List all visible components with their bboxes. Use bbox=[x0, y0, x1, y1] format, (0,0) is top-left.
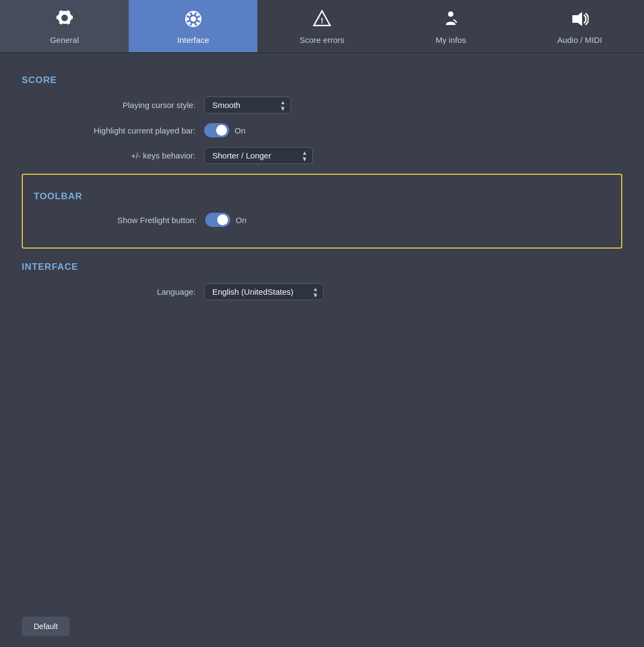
fretlight-label: Show Fretlight button: bbox=[55, 215, 197, 225]
score-section-header: SCORE bbox=[22, 75, 622, 86]
svg-point-1 bbox=[191, 16, 196, 22]
tab-my-infos[interactable]: My infos bbox=[387, 0, 515, 52]
keys-behavior-row: +/- keys behavior: Shorter / Longer Slow… bbox=[22, 147, 622, 164]
language-row: Language: English (UnitedStates) French … bbox=[22, 283, 622, 300]
playing-cursor-select-wrapper: Smooth Step None ▲ ▼ bbox=[204, 97, 291, 113]
toolbar-section-header: TOOLBAR bbox=[34, 191, 610, 202]
keys-behavior-select-wrapper: Shorter / Longer Slower / Faster ▲ ▼ bbox=[204, 147, 313, 164]
svg-point-12 bbox=[448, 11, 453, 17]
fretlight-status: On bbox=[236, 215, 247, 225]
svg-point-8 bbox=[188, 22, 191, 24]
general-icon bbox=[55, 10, 74, 31]
my-infos-icon bbox=[441, 10, 460, 31]
svg-point-3 bbox=[192, 23, 195, 27]
fretlight-toggle-wrapper: On bbox=[205, 213, 247, 227]
tab-score-errors-label: Score errors bbox=[300, 35, 345, 45]
main-content: SCORE Playing cursor style: Smooth Step … bbox=[0, 53, 644, 326]
tab-general[interactable]: General bbox=[0, 0, 129, 52]
highlight-bar-toggle[interactable] bbox=[204, 123, 229, 137]
interface-icon bbox=[184, 10, 203, 31]
svg-marker-13 bbox=[572, 12, 582, 26]
svg-point-2 bbox=[192, 11, 195, 15]
score-errors-icon: ! ♪ bbox=[313, 10, 331, 31]
language-select[interactable]: English (UnitedStates) French German Spa… bbox=[204, 283, 324, 300]
interface-section-header: INTERFACE bbox=[22, 262, 622, 272]
fretlight-row: Show Fretlight button: On bbox=[23, 213, 610, 227]
toolbar-box: TOOLBAR Show Fretlight button: On bbox=[22, 174, 622, 249]
bottom-bar: Default bbox=[22, 617, 70, 636]
highlight-bar-row: Highlight current played bar: On bbox=[22, 123, 622, 137]
svg-point-4 bbox=[186, 17, 189, 21]
tab-interface-label: Interface bbox=[178, 35, 209, 45]
svg-point-7 bbox=[196, 14, 199, 16]
tab-score-errors[interactable]: ! ♪ Score errors bbox=[257, 0, 386, 52]
nav-tabs: General Interface ! ♪ bbox=[0, 0, 644, 53]
tab-audio-midi[interactable]: Audio / MIDI bbox=[515, 0, 644, 52]
default-button[interactable]: Default bbox=[22, 617, 70, 636]
highlight-bar-toggle-wrapper: On bbox=[204, 123, 245, 137]
language-select-wrapper: English (UnitedStates) French German Spa… bbox=[204, 283, 324, 300]
tab-audio-midi-label: Audio / MIDI bbox=[557, 35, 602, 45]
svg-point-5 bbox=[198, 17, 201, 21]
tab-general-label: General bbox=[50, 35, 79, 45]
highlight-bar-status: On bbox=[235, 126, 245, 135]
playing-cursor-label: Playing cursor style: bbox=[54, 100, 195, 110]
keys-behavior-label: +/- keys behavior: bbox=[54, 151, 195, 160]
tab-interface[interactable]: Interface bbox=[129, 0, 257, 52]
svg-text:♪: ♪ bbox=[317, 14, 320, 21]
svg-point-6 bbox=[188, 14, 191, 16]
playing-cursor-row: Playing cursor style: Smooth Step None ▲… bbox=[22, 97, 622, 113]
highlight-bar-slider bbox=[204, 123, 229, 137]
language-label: Language: bbox=[54, 287, 195, 296]
playing-cursor-select[interactable]: Smooth Step None bbox=[204, 97, 291, 113]
audio-midi-icon bbox=[570, 10, 589, 31]
keys-behavior-select[interactable]: Shorter / Longer Slower / Faster bbox=[204, 147, 313, 164]
fretlight-toggle[interactable] bbox=[205, 213, 230, 227]
svg-text:!: ! bbox=[321, 16, 324, 25]
tab-my-infos-label: My infos bbox=[435, 35, 466, 45]
highlight-bar-label: Highlight current played bar: bbox=[54, 126, 195, 135]
svg-point-9 bbox=[196, 22, 199, 24]
fretlight-slider bbox=[205, 213, 230, 227]
